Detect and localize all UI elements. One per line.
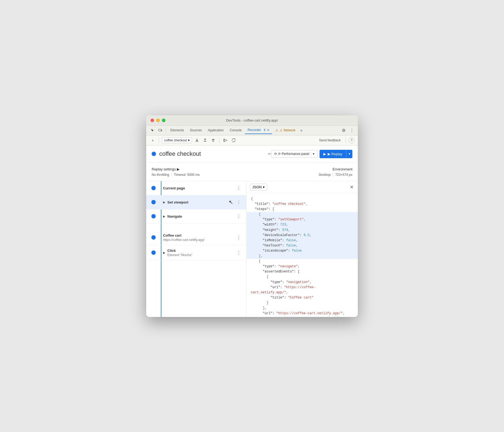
- json-line-17: "url": "https://coffee-: [251, 285, 353, 290]
- settings-expand-icon: ▶: [177, 167, 180, 171]
- recording-selector[interactable]: coffee checkout ▾: [162, 137, 192, 143]
- step-expand-icon-click[interactable]: ▶: [163, 251, 165, 255]
- recording-status-dot: [152, 152, 156, 156]
- replay-dropdown-button[interactable]: ▾: [346, 150, 352, 158]
- json-toolbar: JSON ▾ ✕: [247, 181, 358, 193]
- tab-sources[interactable]: Sources: [187, 127, 205, 134]
- tab-recorder[interactable]: Recorder 🎙 ✕: [245, 126, 272, 134]
- recorder-main: coffee checkout ✏ ⟳ ⟳ Performance panel …: [146, 145, 358, 317]
- step-dot-click: [151, 250, 156, 255]
- svg-rect-1: [161, 130, 162, 131]
- toolbar-divider-3: [346, 138, 346, 143]
- json-line-16: "type": "navigation",: [251, 280, 353, 285]
- step-more-set-viewport[interactable]: ⋮: [235, 199, 242, 206]
- import-button[interactable]: [202, 137, 208, 144]
- tab-elements[interactable]: Elements: [168, 127, 187, 134]
- devtools-window: DevTools - coffee-cart.netlify.app/ Elem…: [146, 115, 358, 317]
- export-button[interactable]: [194, 137, 200, 144]
- json-line-22: "url": "https://coffee-cart.netlify.app/…: [251, 311, 353, 316]
- svg-rect-0: [159, 129, 161, 131]
- step-click[interactable]: ▶ Click Element "Mocha" ⋮: [146, 245, 246, 261]
- window-title: DevTools - coffee-cart.netlify.app/: [226, 118, 278, 122]
- maximize-button[interactable]: [162, 119, 165, 122]
- step-dot-current-page: [151, 186, 156, 190]
- recorder-toolbar: + coffee checkout ▾: [146, 135, 358, 145]
- json-line-3: {: [251, 212, 353, 217]
- add-recording-button[interactable]: +: [149, 137, 156, 144]
- step-subtitle-click: Element "Mocha": [167, 253, 235, 257]
- step-content-set-viewport: Set viewport: [167, 200, 229, 204]
- json-line-1: "title": "coffee checkout",: [251, 202, 353, 207]
- cursor-icon-set-viewport: ↖: [229, 199, 233, 205]
- performance-panel-button[interactable]: ⟳ ⟳ Performance panel ▾: [271, 150, 317, 158]
- loop-button[interactable]: [230, 137, 237, 144]
- perf-panel-chevron[interactable]: ▾: [311, 152, 314, 156]
- step-play-button[interactable]: [222, 137, 229, 144]
- json-line-7: "deviceScaleFactor": 0.5,: [251, 233, 353, 238]
- step-expand-icon-set-viewport[interactable]: ▶: [163, 201, 165, 204]
- step-navigate[interactable]: ▶ Navigate ⋮: [146, 209, 246, 224]
- tab-network[interactable]: ⚠ ⚠ Network: [273, 127, 298, 134]
- step-set-viewport[interactable]: ▶ Set viewport ↖ ⋮: [146, 195, 246, 209]
- step-expand-icon-navigate[interactable]: ▶: [163, 215, 165, 218]
- step-current-page[interactable]: Current page ⋮: [146, 181, 246, 195]
- settings-separator: [171, 173, 172, 176]
- settings-title-text: Replay settings: [152, 167, 176, 171]
- settings-section: Replay settings ▶ No throttling Timeout:…: [146, 163, 358, 181]
- step-more-coffee-cart[interactable]: ⋮: [235, 234, 242, 241]
- settings-info: No throttling Timeout: 5000 ms: [152, 173, 319, 177]
- recording-header: coffee checkout ✏ ⟳ ⟳ Performance panel …: [146, 145, 358, 163]
- environment-title: Environment: [319, 167, 352, 171]
- env-size-label: 723×574 px: [335, 173, 352, 177]
- json-line-19: "title": "Coffee cart": [251, 295, 353, 300]
- json-line-8: "isMobile": false,: [251, 238, 353, 243]
- json-line-9: "hasTouch": false,: [251, 243, 353, 248]
- more-options-icon[interactable]: ⋮: [348, 126, 356, 134]
- json-line-11: },: [251, 254, 353, 259]
- device-toggle-icon[interactable]: [157, 126, 164, 134]
- json-format-selector[interactable]: JSON ▾: [250, 184, 267, 190]
- step-title-coffee-cart: Coffee cart: [163, 233, 235, 237]
- send-feedback-button[interactable]: Send feedback: [317, 137, 343, 143]
- replay-button[interactable]: ▶ ▶ Replay ▾: [320, 150, 352, 158]
- step-more-current-page[interactable]: ⋮: [235, 185, 242, 192]
- step-content-navigate: Navigate: [167, 214, 235, 218]
- more-tabs-icon[interactable]: »: [299, 127, 304, 134]
- step-content-current-page: Current page: [163, 186, 235, 190]
- json-line-13: "type": "navigate",: [251, 264, 353, 269]
- json-line-20: }: [251, 300, 353, 306]
- help-button[interactable]: ?: [349, 137, 355, 143]
- step-content-click: Click Element "Mocha": [167, 249, 235, 257]
- settings-left: Replay settings ▶ No throttling Timeout:…: [152, 167, 319, 177]
- replay-label: ▶ Replay: [328, 152, 342, 156]
- throttling-label: No throttling: [152, 173, 169, 177]
- json-panel: JSON ▾ ✕ { "title": "coffee checkout", "…: [247, 181, 358, 317]
- step-more-navigate[interactable]: ⋮: [235, 213, 242, 220]
- settings-icon[interactable]: ⚙: [340, 126, 347, 134]
- minimize-button[interactable]: [156, 119, 160, 122]
- json-line-15: {: [251, 274, 353, 279]
- close-button[interactable]: [151, 119, 154, 122]
- edit-title-icon[interactable]: ✏: [268, 152, 271, 156]
- json-format-chevron: ▾: [263, 185, 265, 189]
- json-close-button[interactable]: ✕: [349, 183, 355, 191]
- tab-console[interactable]: Console: [227, 127, 244, 134]
- json-line-12: {: [251, 259, 353, 264]
- tab-application[interactable]: Application: [205, 127, 227, 134]
- replay-settings-toggle[interactable]: Replay settings ▶: [152, 167, 319, 171]
- recording-title: coffee checkout: [159, 150, 266, 157]
- step-dot-coffee-cart: [151, 235, 156, 240]
- json-line-6: "height": 574,: [251, 228, 353, 233]
- settings-right: Environment Desktop 723×574 px: [319, 167, 352, 177]
- replay-button-main[interactable]: ▶ ▶ Replay: [320, 150, 346, 158]
- recording-name-label: coffee checkout: [164, 138, 187, 142]
- step-coffee-cart[interactable]: Coffee cart https://coffee-cart.netlify.…: [146, 230, 246, 245]
- json-line-10: "isLandscape": false: [251, 248, 353, 253]
- json-line-0: {: [251, 196, 353, 202]
- env-type-label: Desktop: [319, 173, 331, 177]
- json-content: { "title": "coffee checkout", "steps": […: [247, 193, 358, 317]
- delete-button[interactable]: [210, 137, 216, 144]
- step-more-click[interactable]: ⋮: [235, 249, 242, 256]
- cursor-icon[interactable]: [148, 126, 156, 134]
- json-line-14: "assertedEvents": [: [251, 269, 353, 274]
